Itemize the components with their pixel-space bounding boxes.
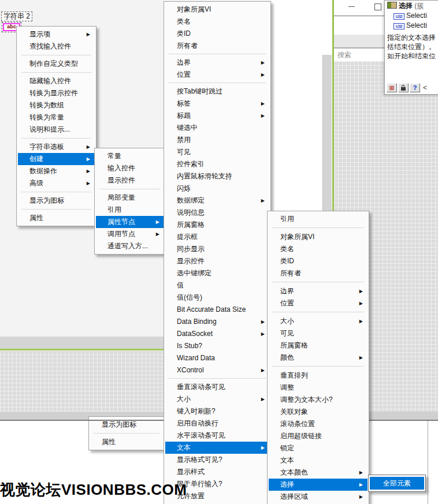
menu-item[interactable]: 选择区域▶ (269, 491, 368, 503)
show-terminals-button[interactable]: ⊞ (387, 83, 397, 92)
menu-item[interactable]: Data Binding▶ (165, 316, 269, 328)
menu-item[interactable]: 对象所属VI (165, 3, 269, 16)
menu-item[interactable]: 引用 (269, 213, 368, 225)
menu-item[interactable]: 调整为文本大小? (269, 394, 368, 406)
menu-item[interactable]: 文本 (269, 454, 368, 466)
menu-item[interactable]: 所属窗格 (165, 219, 269, 231)
menu-item[interactable]: 选择▶ (269, 479, 368, 491)
menu-item[interactable]: 类ID (269, 255, 368, 267)
menu-item[interactable]: 所有者 (269, 267, 368, 279)
menu-item[interactable]: 通道写入方... (96, 240, 164, 252)
menu-item[interactable]: 位置▶ (165, 69, 269, 81)
menu-item[interactable]: 转换为数组 (18, 99, 95, 111)
menu-item[interactable]: 可见 (165, 146, 269, 158)
menu-item[interactable]: 滚动条位置 (269, 418, 368, 430)
menu-item[interactable]: 显示样式 (165, 466, 269, 478)
menu-item[interactable]: 内置鼠标滑轮支持 (165, 170, 269, 182)
menu-separator (272, 312, 364, 312)
menu-item[interactable]: 文本▶ (165, 442, 269, 454)
menu-item[interactable]: 边界▶ (269, 285, 368, 297)
menu-item[interactable]: 选中键绑定 (165, 267, 269, 279)
menu-item[interactable]: 启用超级链接 (269, 430, 368, 442)
menu-item[interactable]: 大小▶ (269, 315, 368, 327)
menu-item[interactable]: 显示项▶ (18, 28, 95, 40)
menu-item[interactable]: Is Stub? (165, 340, 269, 352)
menu-item[interactable]: 输入控件 (96, 162, 164, 174)
menu-item[interactable]: 颜色▶ (269, 352, 368, 364)
menu-item[interactable]: 对象所属VI (269, 231, 368, 243)
menu-item[interactable]: Bit Accurate Data Size (165, 304, 269, 316)
menu-item[interactable]: DataSocket▶ (165, 328, 269, 340)
menu-item[interactable]: 大小▶ (165, 393, 269, 405)
menu-item[interactable]: 键选中 (165, 122, 269, 134)
menu-item[interactable]: 值(信号) (165, 292, 269, 304)
menu-item[interactable]: 所有者 (165, 40, 269, 52)
menu-item[interactable]: 提示框 (165, 231, 269, 243)
menu-item[interactable]: 类名 (165, 16, 269, 28)
menu-item[interactable]: 调整 (269, 382, 368, 394)
menu-item[interactable]: 说明信息 (165, 207, 269, 219)
menu-item[interactable]: 字符串选板▶ (18, 141, 95, 153)
menu-item[interactable]: 类名 (269, 243, 368, 255)
maximize-icon[interactable] (374, 3, 381, 10)
u32-datatype-icon: U32 (394, 23, 404, 29)
menu-item[interactable]: 属性 (18, 212, 95, 224)
menu-item[interactable]: 显示为图标 (18, 195, 95, 207)
menu-item[interactable]: 可见 (269, 327, 368, 339)
menu-item[interactable]: 查找输入控件 (18, 40, 95, 53)
menu-separator (272, 366, 364, 367)
menu-item[interactable]: 全部元素 (370, 477, 424, 490)
menu-item[interactable]: 文本颜色▶ (269, 466, 368, 479)
minimize-icon[interactable] (348, 6, 355, 7)
menu-item[interactable]: 值 (165, 279, 269, 292)
menu-item[interactable]: 属性 (90, 436, 163, 448)
menu-item[interactable]: 键入时刷新? (165, 405, 269, 417)
menu-item[interactable]: 所属窗格 (269, 339, 368, 352)
detailed-help-button[interactable]: ? (410, 83, 420, 92)
menu-item[interactable]: 关联对象 (269, 406, 368, 418)
menu-item[interactable]: 垂直排列 (269, 369, 368, 382)
menu-item[interactable]: 同步显示 (165, 243, 269, 255)
menu-item[interactable]: 转换为显示控件 (18, 87, 95, 99)
menu-item[interactable]: 显示格式可见? (165, 454, 269, 466)
lock-help-button[interactable] (398, 83, 409, 92)
menu-item[interactable]: 制作自定义类型 (18, 58, 95, 70)
menu-item[interactable]: 常量 (96, 150, 164, 162)
menu-item[interactable]: 引用 (96, 204, 164, 216)
menu-item[interactable]: 启用自动换行 (165, 417, 269, 430)
menu-item[interactable]: 转换为常量 (18, 111, 95, 124)
menu-item[interactable]: 位置▶ (269, 297, 368, 309)
menu-item[interactable]: 属性节点▶ (96, 216, 164, 228)
menu-item[interactable]: 边界▶ (165, 57, 269, 69)
menu-item[interactable]: 数据操作▶ (18, 165, 95, 177)
window-edge-line (428, 421, 428, 504)
menu-item[interactable]: 隐藏输入控件 (18, 75, 95, 87)
menu-item[interactable]: 按Tab键时跳过 (165, 85, 269, 98)
menu-item[interactable]: 类ID (165, 28, 269, 40)
menu-item[interactable]: 显示控件 (165, 255, 269, 267)
menu-item[interactable]: 调用节点▶ (96, 228, 164, 240)
menu-item[interactable]: Wizard Data (165, 352, 269, 364)
back-arrow-icon[interactable]: < (423, 84, 427, 92)
menu-item-label: 全部元素 (383, 479, 411, 487)
menu-item[interactable]: 高级▶ (18, 177, 95, 189)
menu-item-label: 所属窗格 (177, 221, 205, 229)
menu-item[interactable]: 说明和提示... (18, 124, 95, 136)
menu-item[interactable]: 显示控件 (96, 174, 164, 186)
menu-item[interactable]: 控件索引 (165, 158, 269, 170)
menu-item[interactable]: 锁定 (269, 442, 368, 454)
menu-item[interactable]: 标签▶ (165, 98, 269, 110)
menu-item[interactable]: XControl▶ (165, 364, 269, 376)
menu-item[interactable]: 局部变量 (96, 192, 164, 204)
menu-item[interactable]: 标题▶ (165, 110, 269, 122)
submenu-arrow-icon: ▶ (359, 315, 363, 327)
menu-item-label: 水平滚动条可见 (177, 431, 225, 439)
string-control-label[interactable]: 字符串 2 (1, 12, 32, 21)
menu-item[interactable]: 闪烁 (165, 182, 269, 195)
menu-item[interactable]: 创建▶ (18, 153, 95, 165)
menu-item[interactable]: 垂直滚动条可见 (165, 381, 269, 393)
help-toolbar: ⊞ ? < (387, 83, 427, 92)
menu-item[interactable]: 水平滚动条可见 (165, 430, 269, 442)
menu-item[interactable]: 禁用 (165, 134, 269, 146)
menu-item[interactable]: 数据绑定▶ (165, 195, 269, 207)
